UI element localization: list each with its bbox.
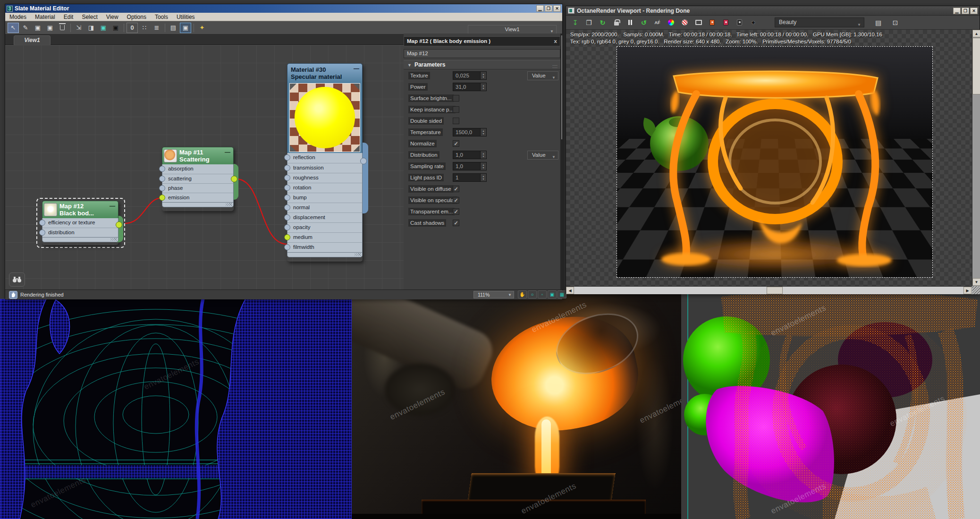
node-header[interactable]: Map #11 Scattering — <box>162 147 234 164</box>
render-priority-icon[interactable] <box>678 17 691 28</box>
power-spinner[interactable]: 31,0▴▾ <box>453 83 487 91</box>
zoom-tool-icon[interactable]: ○ <box>528 290 537 298</box>
input-slot[interactable]: bump <box>287 193 362 203</box>
wireframe-viewport[interactable]: envatoelements envatoelements <box>0 299 352 519</box>
input-slot[interactable]: normal <box>287 203 362 213</box>
node-map11[interactable]: Map #11 Scattering — absorption scatteri… <box>162 147 234 211</box>
menu-utilities[interactable]: Utilities <box>172 14 199 20</box>
octane-title-bar[interactable]: OctaneRender Viewport - Rendering Done ▁… <box>566 6 980 16</box>
scroll-right-icon[interactable]: ▶ <box>963 287 972 294</box>
input-slot[interactable]: opacity <box>287 222 362 232</box>
input-slot[interactable]: scattering <box>162 174 233 183</box>
vertical-scrollbar[interactable]: ▲ ▼ <box>972 30 980 286</box>
node-graph-canvas[interactable]: Map #12 Black bod... — efficiency or tex… <box>5 45 404 289</box>
input-slot[interactable]: distribution <box>42 228 118 237</box>
keep-instance-checkbox[interactable] <box>453 106 459 113</box>
delete-selected-icon[interactable] <box>57 23 68 33</box>
node-header[interactable]: Map #12 Black bod... — <box>42 201 118 218</box>
normalize-checkbox[interactable] <box>453 140 459 147</box>
parameter-editor-icon[interactable]: ▣ <box>180 23 191 33</box>
menu-tools[interactable]: Tools <box>151 14 172 20</box>
distribution-mode-dropdown[interactable]: Value▼ <box>527 151 558 160</box>
menu-material[interactable]: Material <box>31 14 59 20</box>
input-slot[interactable]: rotation <box>287 183 362 193</box>
pick-material-icon[interactable]: ✎ <box>20 23 31 33</box>
maximize-button[interactable]: ❐ <box>545 5 552 12</box>
refresh-render-icon[interactable]: ↺ <box>637 17 650 28</box>
input-socket[interactable] <box>159 185 165 191</box>
input-slot[interactable]: roughness <box>287 173 362 183</box>
menu-select[interactable]: Select <box>77 14 101 20</box>
node-map12[interactable]: Map #12 Black bod... — efficiency or tex… <box>42 201 118 245</box>
input-slot[interactable]: efficiency or texture <box>42 218 118 228</box>
cast-shadows-checkbox[interactable] <box>453 220 459 226</box>
input-slot[interactable]: phase <box>162 183 233 193</box>
subsample-icon[interactable]: ✦ <box>747 17 760 28</box>
light-pass-id-spinner[interactable]: 1▴▾ <box>453 173 487 182</box>
restart-render-icon[interactable]: ↻ <box>596 17 609 28</box>
parameters-rollout[interactable]: ▼Parameters :::: <box>404 60 560 69</box>
input-slot[interactable]: reflection <box>287 153 362 163</box>
input-socket[interactable] <box>284 244 290 250</box>
save-pass-red-icon[interactable] <box>719 17 732 28</box>
layout-children-icon[interactable]: ∷ <box>139 23 150 33</box>
resize-grip[interactable] <box>226 203 232 206</box>
menu-modes[interactable]: Modes <box>5 14 31 20</box>
pointcloud-viewport[interactable]: envatoelements envatoelements envatoelem… <box>681 293 980 519</box>
render-pass-dropdown[interactable]: Beauty▼ <box>775 17 864 27</box>
output-socket[interactable] <box>231 176 237 182</box>
distribution-spinner[interactable]: 1,0▴▾ <box>453 151 487 159</box>
pick-from-object-icon[interactable]: ▣ <box>44 23 56 33</box>
texture-mode-dropdown[interactable]: Value▼ <box>527 71 558 80</box>
input-socket[interactable] <box>159 166 165 172</box>
scroll-down-icon[interactable]: ▼ <box>972 278 980 286</box>
maximize-button[interactable]: ❐ <box>962 8 969 14</box>
menu-options[interactable]: Options <box>123 14 151 20</box>
pause-render-icon[interactable] <box>624 17 636 28</box>
move-children-icon[interactable]: ⇲ <box>73 23 84 33</box>
output-socket[interactable] <box>116 221 122 228</box>
find-node-button[interactable] <box>9 272 25 287</box>
select-tool-icon[interactable]: ↖ <box>8 23 19 33</box>
material-preview[interactable] <box>287 82 363 153</box>
close-button[interactable]: ✕ <box>970 8 978 14</box>
node-material30[interactable]: Material #30 Specular material — <box>287 63 363 262</box>
copy-clipboard-icon[interactable]: ❐ <box>583 17 595 28</box>
input-slot[interactable]: medium <box>287 232 362 242</box>
slate-title-bar[interactable]: 3 Slate Material Editor ▁ ❐ ✕ <box>5 4 562 13</box>
temperature-spinner[interactable]: 1500,0▴▾ <box>453 128 487 136</box>
hide-unused-slots-icon[interactable]: ◨ <box>85 23 97 33</box>
double-sided-checkbox[interactable] <box>453 118 459 124</box>
menu-edit[interactable]: Edit <box>59 14 78 20</box>
zoom-region-icon[interactable]: ▫ <box>538 290 547 298</box>
show-shaded-icon[interactable]: ▣ <box>98 23 109 33</box>
collapse-node-button[interactable]: — <box>225 149 230 155</box>
save-pass-dark-icon[interactable] <box>733 17 746 28</box>
fit-viewport-icon[interactable] <box>692 17 705 28</box>
surface-brightness-checkbox[interactable] <box>453 95 459 102</box>
input-slot[interactable]: displacement <box>287 213 362 222</box>
save-pass-orange-icon[interactable] <box>706 17 718 28</box>
octane-viewport[interactable]: Smp/px: 2000/2000. Samp/s: 0.000M. Time:… <box>566 30 972 286</box>
visible-on-specular-checkbox[interactable] <box>453 197 459 204</box>
input-slot[interactable]: absorption <box>162 164 233 174</box>
pan-tool-icon[interactable]: ✋ <box>518 290 527 298</box>
resize-grip[interactable] <box>355 253 361 256</box>
minimize-button[interactable]: ▁ <box>953 8 961 14</box>
scroll-left-icon[interactable]: ◀ <box>566 287 574 294</box>
view-select-dropdown[interactable]: View1▼ <box>468 25 557 34</box>
collapse-node-button[interactable]: — <box>354 65 359 72</box>
input-socket-connected[interactable] <box>159 195 165 201</box>
select-by-material-icon[interactable]: ✦ <box>196 23 208 33</box>
node-header[interactable]: Material #30 Specular material — <box>287 63 363 82</box>
save-render-icon[interactable]: ↧ <box>569 17 582 28</box>
horizontal-scrollbar[interactable]: ◀ ▶ <box>566 286 972 294</box>
transparent-emission-checkbox[interactable] <box>453 208 459 215</box>
input-socket[interactable] <box>284 165 290 171</box>
material-browser-icon[interactable]: ▤ <box>168 23 179 33</box>
object-picker-icon[interactable]: ⊡ <box>889 17 902 28</box>
texture-spinner[interactable]: 0,025▴▾ <box>453 71 487 80</box>
input-slot[interactable]: filmwidth <box>287 242 362 252</box>
resize-grip[interactable] <box>110 238 117 241</box>
input-socket[interactable] <box>159 176 165 182</box>
